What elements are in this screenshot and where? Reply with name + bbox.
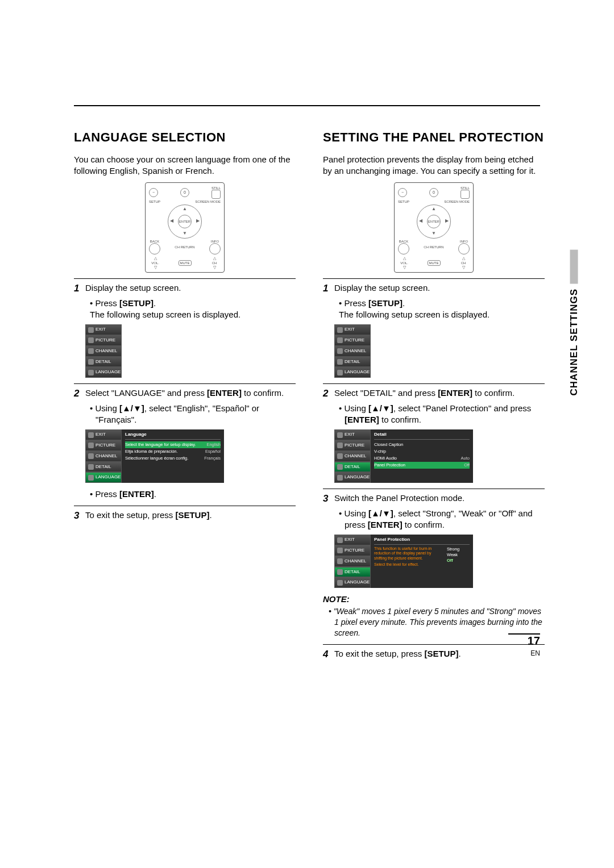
osd-item-language: LANGUAGE [334, 367, 371, 378]
page-lang: EN [530, 649, 540, 657]
section-tab-bar [570, 250, 578, 284]
exit-icon [88, 327, 94, 333]
divider [323, 383, 545, 384]
heading-language: LANGUAGE SELECTION [74, 129, 296, 146]
remote: − 0 STILL SETUP SCREEN MODE ENTER [145, 182, 225, 273]
minus-icon: − [149, 188, 158, 197]
step-2-bullet: Using [▲/▼], select "Panel Protection" a… [339, 403, 545, 426]
right-icon: ▶ [445, 218, 449, 224]
osd-desc: This function is useful for burn-in redu… [374, 546, 443, 561]
osd-opt: Strong [447, 546, 470, 552]
osd-desc: Select the level for effect. [374, 562, 443, 567]
language-icon [88, 475, 94, 481]
mute-button: MUTE [179, 260, 192, 266]
osd-item-picture: PICTURE [334, 335, 371, 346]
remote-diagram-right: − 0 STILL SETUP SCREEN MODE ENTER [323, 182, 545, 273]
page-footer: 17 EN [508, 633, 540, 658]
right-icon: ▶ [196, 218, 200, 224]
step-num: 1 [74, 282, 82, 295]
step-text: Display the setup screen. [85, 282, 296, 295]
divider [323, 489, 545, 489]
dpad: ENTER ▲ ▼ ◀ ▶ [162, 205, 208, 239]
divider [323, 278, 545, 279]
picture-icon [337, 443, 343, 448]
osd-item-picture: PICTURE [85, 335, 122, 346]
step-1-sub: The following setup screen is displayed. [90, 309, 296, 320]
osd-item-channel: CHANNEL [334, 346, 371, 357]
vol-rocker: △VOL.▽ [149, 256, 161, 270]
osd-item-language: LANGUAGE [85, 367, 122, 378]
column-panel-protection: SETTING THE PANEL PROTECTION Panel prote… [323, 129, 545, 663]
minus-icon: − [398, 188, 407, 197]
heading-panel-protection: SETTING THE PANEL PROTECTION [323, 129, 545, 146]
osd-item-channel: CHANNEL [334, 556, 371, 567]
step-3-bullet: Using [▲/▼], select "Strong", "Weak" or … [339, 508, 545, 531]
zero-icon: 0 [429, 188, 438, 197]
still-label: STILL [211, 186, 221, 190]
detail-icon [337, 464, 343, 470]
exit-icon [337, 537, 343, 543]
still-button [460, 190, 470, 199]
channel-icon [88, 348, 94, 354]
chreturn-label: CH RETURN [424, 245, 443, 249]
step-num: 3 [323, 493, 331, 506]
still-button [211, 190, 221, 199]
back-label: BACK [149, 240, 160, 243]
osd-item-language: LANGUAGE [85, 472, 122, 483]
exit-icon [337, 327, 343, 333]
osd-setup-menu: EXIT PICTURE CHANNEL DETAIL LANGUAGE [85, 324, 296, 378]
up-icon: ▲ [182, 206, 187, 212]
osd-row: Panel ProtectionOff [374, 462, 470, 469]
osd-language-menu: EXIT PICTURE CHANNEL DETAIL LANGUAGE Lan… [85, 429, 296, 483]
osd-item-exit: EXIT [85, 429, 122, 440]
back-button [149, 243, 160, 254]
section-tab-label: CHANNEL SETTINGS [569, 289, 580, 396]
osd-item-exit: EXIT [334, 429, 371, 440]
osd-row: Sélectionner langue écran config.Françai… [125, 455, 221, 462]
step-1: 1 Display the setup screen. [323, 282, 545, 295]
section-tab: CHANNEL SETTINGS [569, 250, 580, 396]
info-button [458, 243, 470, 254]
osd-row: V-chip [374, 448, 470, 455]
osd-row: HDMI AudioAuto [374, 455, 470, 462]
down-icon: ▼ [432, 231, 436, 237]
osd-opt: Off [447, 558, 470, 564]
language-icon [337, 580, 343, 586]
step-num: 2 [323, 387, 331, 400]
osd-pane-title: Language [125, 432, 221, 440]
picture-icon [337, 337, 343, 343]
step-text: Select "LANGUAGE" and press [ENTER] to c… [85, 387, 296, 400]
osd-item-detail: DETAIL [334, 357, 371, 368]
osd-item-exit: EXIT [334, 324, 371, 335]
osd-item-language: LANGUAGE [334, 577, 371, 588]
mute-button: MUTE [428, 260, 441, 266]
channel-icon [337, 453, 343, 459]
step-2-bullet: Using [▲/▼], select "English", "Español"… [90, 403, 296, 426]
step-text: Select "DETAIL" and press [ENTER] to con… [334, 387, 545, 400]
osd-setup-menu: EXIT PICTURE CHANNEL DETAIL LANGUAGE [334, 324, 545, 378]
left-icon: ◀ [419, 218, 422, 224]
osd-item-detail: DETAIL [334, 462, 371, 473]
setup-label: SETUP [398, 200, 409, 203]
divider [74, 383, 296, 384]
step-3: 3 Switch the Panel Protection mode. [323, 493, 545, 506]
info-button [209, 243, 221, 254]
exit-icon [337, 432, 343, 438]
info-label: INFO [458, 240, 470, 243]
remote: − 0 STILL SETUP SCREEN MODE ENTER [394, 182, 474, 273]
screen-label: SCREEN MODE [195, 200, 221, 203]
chreturn-label: CH RETURN [175, 245, 194, 249]
osd-item-channel: CHANNEL [85, 346, 122, 357]
osd-item-detail: DETAIL [85, 462, 122, 473]
step-num: 1 [323, 282, 331, 295]
top-rule [74, 105, 540, 106]
osd-panel-protection-menu: EXIT PICTURE CHANNEL DETAIL LANGUAGE Pan… [334, 535, 545, 589]
osd-opt: Weak [447, 552, 470, 558]
channel-icon [337, 348, 343, 354]
column-language: LANGUAGE SELECTION You can choose your o… [74, 129, 296, 663]
osd-item-detail: DETAIL [85, 357, 122, 368]
left-icon: ◀ [170, 218, 173, 224]
note-heading: NOTE: [323, 594, 545, 605]
osd-detail-menu: EXIT PICTURE CHANNEL DETAIL LANGUAGE Det… [334, 429, 545, 483]
back-button [398, 243, 409, 254]
